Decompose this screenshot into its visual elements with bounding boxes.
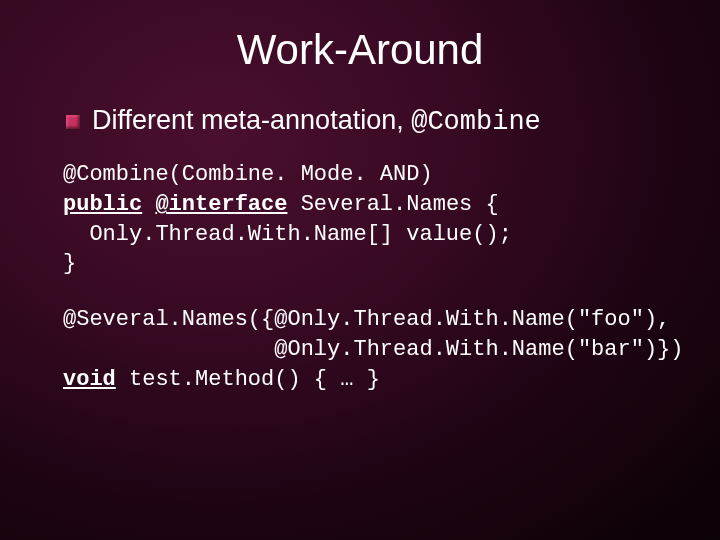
- code1-line3: Only.Thread.With.Name[] value();: [63, 222, 512, 247]
- code2-line2: @Only.Thread.With.Name("bar")}): [63, 337, 684, 362]
- slide-title: Work-Around: [0, 26, 720, 74]
- code-block-1: @Combine(Combine. Mode. AND) public @int…: [63, 160, 680, 279]
- code1-line4: }: [63, 251, 76, 276]
- bullet-code: @Combine: [411, 107, 541, 137]
- bullet-text: Different meta-annotation, @Combine: [92, 104, 541, 138]
- code2-line1: @Several.Names({@Only.Thread.With.Name("…: [63, 307, 670, 332]
- slide-content: Different meta-annotation, @Combine @Com…: [66, 104, 680, 394]
- code1-sp: [142, 192, 155, 217]
- square-bullet-icon: [66, 115, 80, 129]
- code2-kw-void: void: [63, 367, 116, 392]
- code2-line3-rest: test.Method() { … }: [116, 367, 380, 392]
- spacer: [66, 279, 680, 305]
- code1-line2-rest: Several.Names {: [287, 192, 498, 217]
- code1-line1: @Combine(Combine. Mode. AND): [63, 162, 433, 187]
- code-block-2: @Several.Names({@Only.Thread.With.Name("…: [63, 305, 680, 394]
- bullet-prefix: Different meta-annotation,: [92, 105, 411, 135]
- bullet-item: Different meta-annotation, @Combine: [66, 104, 680, 138]
- code1-kw-public: public: [63, 192, 142, 217]
- code1-kw-interface: @interface: [155, 192, 287, 217]
